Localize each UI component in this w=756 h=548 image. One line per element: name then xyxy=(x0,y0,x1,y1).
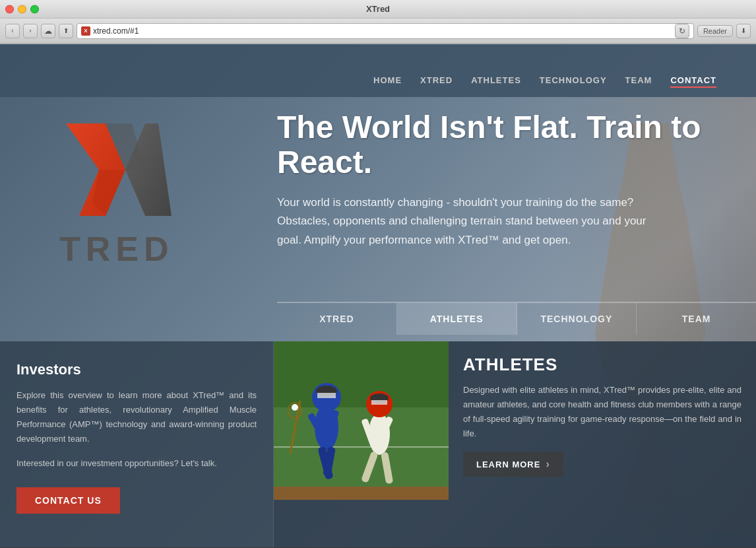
download-button[interactable]: ⬇ xyxy=(736,24,751,38)
nav-items: HOME XTRED ATHLETES TECHNOLOGY TEAM CONT… xyxy=(373,75,716,88)
back-button[interactable]: ‹ xyxy=(5,24,20,38)
svg-rect-26 xyxy=(274,487,449,500)
nav-item-contact[interactable]: CONTACT xyxy=(670,75,716,88)
website-content: HOME XTRED ATHLETES TECHNOLOGY TEAM CONT… xyxy=(0,44,756,547)
tab-technology[interactable]: TECHNOLOGY xyxy=(517,303,637,335)
logo-x-graphic xyxy=(53,110,185,242)
tab-athletes[interactable]: ATHLETES xyxy=(397,303,517,335)
browser-chrome: XTred ‹ › ☁ ⬆ X xtred.com/#1 ↻ Reader ⬇ xyxy=(0,0,756,44)
hero-subtext: Your world is constantly changing - shou… xyxy=(277,193,673,251)
nav-item-technology[interactable]: TECHNOLOGY xyxy=(540,75,607,88)
reader-button[interactable]: Reader xyxy=(697,25,733,37)
nav-item-team[interactable]: TEAM xyxy=(625,75,652,88)
logo-area: TRED xyxy=(53,110,251,269)
learn-more-label: LEARN MORE xyxy=(476,460,540,469)
investors-text-2: Interested in our investment opportuniti… xyxy=(16,456,257,471)
tab-xtred[interactable]: XTRED xyxy=(277,303,397,335)
svg-rect-5 xyxy=(274,407,449,500)
tabs-row: XTRED ATHLETES TECHNOLOGY TEAM xyxy=(277,302,756,335)
tab-section: XTRED ATHLETES TECHNOLOGY TEAM xyxy=(277,302,756,335)
nav-item-xtred[interactable]: XTRED xyxy=(420,75,453,88)
tab-team[interactable]: TEAM xyxy=(637,303,756,335)
athletes-panel: ATHLETES Designed with elite athletes in… xyxy=(274,341,756,547)
hero-text-area: The World Isn't Flat. Train to React. Yo… xyxy=(277,110,703,250)
learn-more-chevron-icon: › xyxy=(546,458,550,470)
athletes-info: ATHLETES Designed with elite athletes in… xyxy=(449,341,756,547)
athletes-description: Designed with elite athletes in mind, XT… xyxy=(463,383,741,441)
content-section: Investors Explore this overview to learn… xyxy=(0,341,756,547)
cloud-button[interactable]: ☁ xyxy=(41,24,55,38)
investors-panel: Investors Explore this overview to learn… xyxy=(0,341,274,547)
site-navigation: HOME XTRED ATHLETES TECHNOLOGY TEAM CONT… xyxy=(0,44,756,97)
investors-title: Investors xyxy=(16,361,257,378)
hero-headline: The World Isn't Flat. Train to React. xyxy=(277,110,703,180)
address-bar[interactable]: X xtred.com/#1 ↻ xyxy=(77,23,694,39)
svg-rect-10 xyxy=(317,393,336,398)
nav-item-home[interactable]: HOME xyxy=(373,75,402,88)
svg-rect-21 xyxy=(371,400,387,405)
browser-titlebar: XTred xyxy=(0,0,756,18)
reload-button[interactable]: ↻ xyxy=(675,24,689,38)
browser-toolbar: ‹ › ☁ ⬆ X xtred.com/#1 ↻ Reader ⬇ xyxy=(0,18,756,44)
minimize-button[interactable] xyxy=(18,5,26,13)
svg-point-17 xyxy=(292,404,298,411)
browser-title: XTred xyxy=(366,4,390,14)
browser-controls xyxy=(5,5,39,13)
favicon: X xyxy=(81,26,90,36)
athletes-image xyxy=(274,341,449,500)
close-button[interactable] xyxy=(5,5,14,13)
hero-section: HOME XTRED ATHLETES TECHNOLOGY TEAM CONT… xyxy=(0,44,756,547)
contact-us-button[interactable]: CONTACT US xyxy=(16,487,120,514)
address-text: xtred.com/#1 xyxy=(93,26,672,36)
athletes-section-title: ATHLETES xyxy=(463,355,741,375)
forward-button[interactable]: › xyxy=(23,24,38,38)
investors-text-1: Explore this overview to learn more abou… xyxy=(16,388,257,446)
maximize-button[interactable] xyxy=(30,5,39,13)
share-button[interactable]: ⬆ xyxy=(59,24,73,38)
athletes-image-inner xyxy=(274,341,449,500)
learn-more-button[interactable]: LEARN MORE › xyxy=(463,452,563,477)
nav-item-athletes[interactable]: ATHLETES xyxy=(471,75,521,88)
